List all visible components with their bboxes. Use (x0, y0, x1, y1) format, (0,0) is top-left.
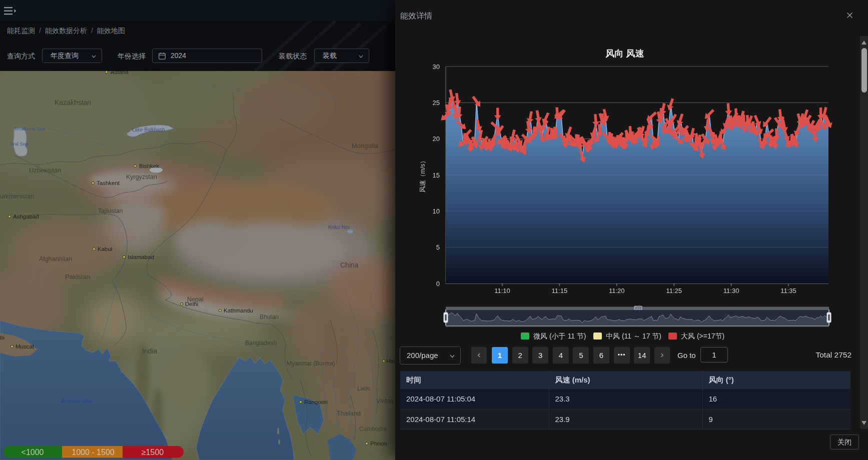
svg-text:10: 10 (433, 208, 440, 215)
svg-text:15: 15 (433, 172, 440, 179)
svg-text:11:20: 11:20 (609, 287, 625, 294)
svg-text:风向 风速: 风向 风速 (605, 48, 644, 58)
svg-text:微风 (小于 11 节): 微风 (小于 11 节) (533, 332, 586, 340)
svg-text:11:35: 11:35 (780, 287, 796, 294)
svg-text:11:10: 11:10 (494, 287, 510, 294)
svg-text:25: 25 (433, 99, 440, 106)
svg-text:11:15: 11:15 (552, 287, 568, 294)
svg-text:风速（m/s）: 风速（m/s） (419, 158, 426, 192)
svg-text:11:30: 11:30 (723, 287, 739, 294)
svg-text:30: 30 (433, 63, 440, 70)
svg-text:中风 (11 ～ 17 节): 中风 (11 ～ 17 节) (606, 332, 661, 340)
svg-text:20: 20 (433, 135, 440, 142)
svg-text:11:25: 11:25 (666, 287, 682, 294)
svg-text:0: 0 (436, 280, 440, 288)
svg-text:大风 (>=17节): 大风 (>=17节) (681, 332, 724, 340)
svg-text:5: 5 (436, 244, 440, 251)
